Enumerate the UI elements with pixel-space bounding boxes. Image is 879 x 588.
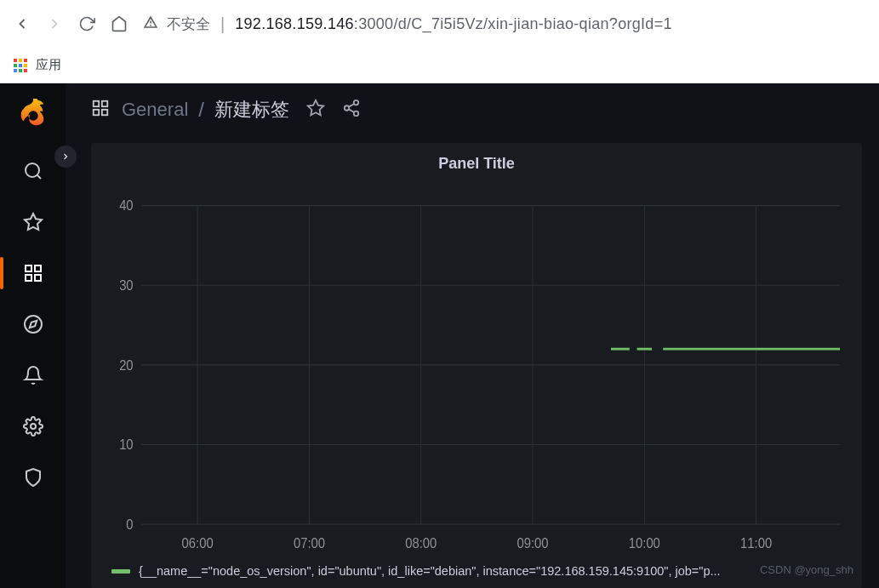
svg-text:10: 10 <box>119 436 134 452</box>
star-dashboard-button[interactable] <box>306 99 325 121</box>
svg-rect-8 <box>24 69 27 72</box>
admin-icon[interactable] <box>22 466 44 488</box>
svg-point-24 <box>345 106 350 111</box>
svg-rect-20 <box>102 110 107 115</box>
svg-text:30: 30 <box>119 277 134 293</box>
apps-label[interactable]: 应用 <box>36 57 61 73</box>
svg-text:10:00: 10:00 <box>629 534 660 551</box>
svg-text:08:00: 08:00 <box>405 534 437 551</box>
svg-line-26 <box>349 109 354 112</box>
svg-text:07:00: 07:00 <box>294 534 325 551</box>
breadcrumb-separator: / <box>198 98 204 122</box>
chart-legend[interactable]: {__name__="node_os_version", id="ubuntu"… <box>106 564 847 578</box>
svg-text:40: 40 <box>119 197 134 213</box>
svg-rect-4 <box>19 64 22 67</box>
breadcrumb-dashboard[interactable]: 新建标签 <box>214 97 289 123</box>
legend-label: {__name__="node_os_version", id="ubuntu"… <box>139 564 721 578</box>
watermark: CSDN @yong_shh <box>760 563 853 576</box>
svg-text:09:00: 09:00 <box>517 534 548 551</box>
url-bar[interactable]: 不安全 | 192.168.159.146:3000/d/C_7i5i5Vz/x… <box>143 14 865 34</box>
url-separator: | <box>220 14 225 34</box>
svg-rect-5 <box>24 64 27 67</box>
svg-rect-14 <box>26 275 31 281</box>
legend-swatch <box>111 569 130 574</box>
home-button[interactable] <box>111 15 128 32</box>
dashboard-header: General / 新建标签 <box>66 83 879 136</box>
svg-rect-12 <box>35 265 41 271</box>
share-dashboard-button[interactable] <box>342 99 361 121</box>
url-text: 192.168.159.146:3000/d/C_7i5i5Vz/xin-jia… <box>235 15 672 33</box>
svg-text:11:00: 11:00 <box>740 534 772 551</box>
back-button[interactable] <box>14 15 31 32</box>
svg-text:06:00: 06:00 <box>182 534 214 551</box>
svg-rect-21 <box>94 110 99 115</box>
svg-rect-18 <box>94 101 99 106</box>
svg-rect-0 <box>14 59 17 62</box>
search-icon[interactable] <box>22 160 44 182</box>
svg-line-27 <box>349 104 354 107</box>
svg-point-9 <box>26 163 39 177</box>
svg-rect-19 <box>102 101 107 106</box>
svg-point-15 <box>25 316 42 333</box>
explore-icon[interactable] <box>22 313 44 335</box>
expand-sidebar-button[interactable] <box>54 146 77 168</box>
alerting-icon[interactable] <box>22 364 44 386</box>
svg-rect-7 <box>19 69 22 72</box>
chart-plot-area[interactable]: 01020304006:0007:0008:0009:0010:0011:00 <box>106 188 847 557</box>
svg-text:20: 20 <box>119 357 134 373</box>
breadcrumb-folder[interactable]: General <box>122 99 188 121</box>
svg-point-25 <box>354 111 359 117</box>
svg-marker-10 <box>25 214 42 230</box>
svg-marker-22 <box>308 100 323 115</box>
panel[interactable]: Panel Title 01020304006:0007:0008:0009:0… <box>91 143 862 588</box>
breadcrumb: General / 新建标签 <box>122 97 289 123</box>
panel-title: Panel Title <box>106 155 847 173</box>
svg-point-23 <box>354 100 359 106</box>
svg-rect-1 <box>19 59 22 62</box>
dashboards-icon[interactable] <box>22 262 44 284</box>
apps-icon[interactable] <box>14 59 27 72</box>
starred-icon[interactable] <box>22 211 44 233</box>
forward-button[interactable] <box>46 15 63 32</box>
reload-button[interactable] <box>78 15 95 32</box>
svg-rect-2 <box>24 59 27 62</box>
svg-marker-16 <box>29 321 36 328</box>
svg-rect-6 <box>14 69 17 72</box>
svg-rect-11 <box>26 265 31 271</box>
dashboards-grid-icon[interactable] <box>91 99 110 121</box>
warning-icon <box>143 14 158 34</box>
sidebar <box>0 83 66 588</box>
svg-text:0: 0 <box>126 516 133 532</box>
grafana-logo[interactable] <box>17 99 49 131</box>
svg-rect-13 <box>35 275 41 281</box>
not-secure-label: 不安全 <box>167 14 210 34</box>
svg-point-17 <box>31 424 36 429</box>
configuration-icon[interactable] <box>22 415 44 437</box>
svg-rect-3 <box>14 64 17 67</box>
